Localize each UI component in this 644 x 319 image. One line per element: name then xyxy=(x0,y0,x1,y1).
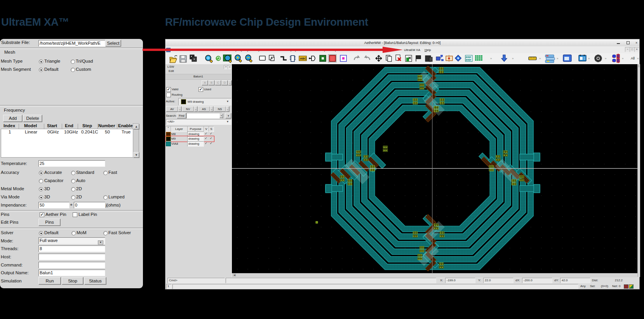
svg-text:»: » xyxy=(637,57,639,60)
svg-text:ABC: ABC xyxy=(300,57,307,60)
svg-text:All: All xyxy=(631,56,635,60)
svg-text:»: » xyxy=(512,57,514,60)
svg-text:»: » xyxy=(490,57,492,60)
svg-text:»: » xyxy=(588,57,590,60)
svg-text:PPP: PPP xyxy=(466,59,471,61)
svg-text:»: » xyxy=(622,57,624,60)
svg-text:»: » xyxy=(557,57,559,60)
svg-text:»: » xyxy=(605,57,607,60)
svg-text:PPP: PPP xyxy=(466,56,471,59)
svg-text:»: » xyxy=(539,57,541,60)
